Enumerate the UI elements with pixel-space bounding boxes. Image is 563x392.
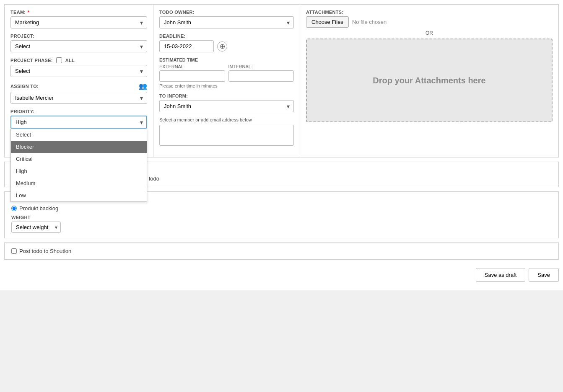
- external-time-label: EXTERNAL:: [159, 64, 225, 69]
- deadline-add-button[interactable]: ⊕: [217, 41, 227, 52]
- priority-option-select[interactable]: Select: [11, 129, 147, 141]
- project-phase-select[interactable]: Select Phase 1 Phase 2 Phase 3: [10, 65, 147, 77]
- shoution-section: Post todo to Shoution: [4, 242, 559, 260]
- project-phase-label: PROJECT PHASE: ALL: [10, 57, 147, 63]
- time-hint: Please enter time in minutes: [159, 83, 294, 88]
- to-inform-hint: Select a member or add email address bel…: [159, 117, 294, 122]
- to-inform-label: TO INFORM:: [159, 93, 294, 98]
- project-phase-all-label: ALL: [65, 58, 75, 63]
- project-phase-all-checkbox[interactable]: [56, 57, 62, 63]
- save-draft-button[interactable]: Save as draft: [476, 268, 526, 282]
- attachments-label: ATTACHMENTS:: [306, 10, 553, 15]
- to-inform-select-wrapper: John Smith Jane Doe Isabelle Mercier: [159, 100, 294, 112]
- deadline-input[interactable]: [159, 40, 214, 52]
- priority-select-wrapper: Select Blocker Critical High Medium Low: [10, 116, 147, 129]
- project-select[interactable]: Select Project A Project B: [10, 40, 147, 52]
- drop-zone[interactable]: Drop your Attachments here: [306, 39, 553, 122]
- project-select-wrapper: Select Project A Project B: [10, 40, 147, 52]
- weight-select-wrapper: Select weight 1 2 3 5 8 13: [11, 222, 61, 233]
- sprint-radio-row: Produkt backlog: [11, 205, 552, 211]
- external-time-input[interactable]: [159, 70, 225, 82]
- or-divider: OR: [306, 30, 553, 36]
- estimated-time-label: ESTIMATED TIME: [159, 57, 294, 62]
- project-phase-select-wrapper: Select Phase 1 Phase 2 Phase 3: [10, 65, 147, 77]
- internal-time-col: INTERNAL:: [228, 64, 294, 82]
- internal-time-input[interactable]: [228, 70, 294, 82]
- time-row: EXTERNAL: INTERNAL:: [159, 64, 294, 82]
- internal-time-label: INTERNAL:: [228, 64, 294, 69]
- deadline-label: DEADLINE:: [159, 34, 294, 39]
- priority-option-low[interactable]: Low: [11, 189, 147, 201]
- assign-to-select[interactable]: Isabelle Mercier John Smith Jane Doe: [10, 92, 147, 104]
- to-inform-select[interactable]: John Smith Jane Doe Isabelle Mercier: [159, 100, 294, 112]
- project-label: PROJECT:: [10, 34, 147, 39]
- priority-dropdown: Select Blocker Critical High Medium Low: [10, 129, 147, 202]
- assign-to-select-wrapper: Isabelle Mercier John Smith Jane Doe: [10, 92, 147, 104]
- people-icon: 👥: [139, 82, 147, 90]
- todo-owner-select-wrapper: John Smith Jane Doe Isabelle Mercier: [159, 16, 294, 28]
- drop-zone-text: Drop your Attachments here: [373, 76, 485, 85]
- team-select[interactable]: Marketing Development Design Sales: [10, 16, 147, 28]
- todo-owner-label: TODO OWNER:: [159, 10, 294, 15]
- produkt-backlog-label: Produkt backlog: [19, 205, 58, 211]
- priority-option-blocker[interactable]: Blocker: [11, 141, 147, 153]
- priority-select[interactable]: Select Blocker Critical High Medium Low: [10, 116, 147, 129]
- footer-bar: Save as draft Save: [4, 264, 559, 286]
- external-time-col: EXTERNAL:: [159, 64, 225, 82]
- produkt-backlog-radio[interactable]: [11, 206, 17, 211]
- priority-label: PRIORITY:: [10, 109, 147, 114]
- assign-to-label-row: ASSIGN TO: 👥: [10, 82, 147, 90]
- shoution-label: Post todo to Shoution: [19, 248, 71, 254]
- team-required: *: [27, 10, 29, 15]
- weight-label: WEIGHT: [11, 215, 552, 220]
- deadline-row: ⊕: [159, 40, 294, 52]
- priority-option-critical[interactable]: Critical: [11, 153, 147, 165]
- team-select-wrapper: Marketing Development Design Sales: [10, 16, 147, 28]
- file-chooser-row: Choose Files No file chosen: [306, 16, 553, 28]
- choose-files-button[interactable]: Choose Files: [306, 16, 349, 28]
- weight-select[interactable]: Select weight 1 2 3 5 8 13: [11, 222, 61, 233]
- to-inform-email-textarea[interactable]: [159, 125, 294, 146]
- todo-owner-select[interactable]: John Smith Jane Doe Isabelle Mercier: [159, 16, 294, 28]
- shoution-checkbox[interactable]: [11, 248, 17, 254]
- priority-option-high[interactable]: High: [11, 165, 147, 177]
- shoution-item[interactable]: Post todo to Shoution: [11, 248, 552, 254]
- priority-option-medium[interactable]: Medium: [11, 177, 147, 189]
- team-label: TEAM: *: [10, 10, 147, 15]
- no-file-text: No file chosen: [352, 19, 387, 25]
- save-button[interactable]: Save: [529, 268, 559, 282]
